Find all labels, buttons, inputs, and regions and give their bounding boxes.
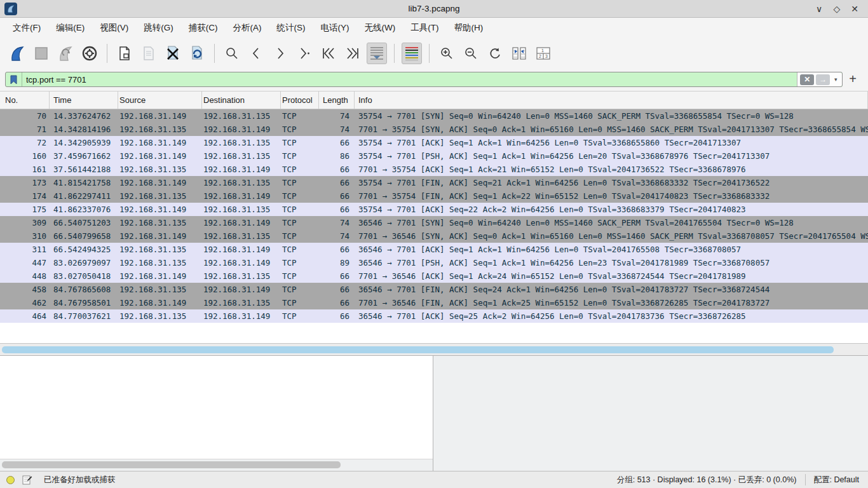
apply-filter-button[interactable]: →	[816, 74, 830, 85]
stop-capture-button[interactable]	[31, 43, 51, 64]
column-header-no[interactable]: No.	[0, 92, 50, 109]
go-back-icon[interactable]	[246, 43, 266, 64]
cell-dst: 192.168.31.149	[202, 218, 281, 227]
cell-info: 7701 → 35754 [FIN, ACK] Seq=1 Ack=22 Win…	[355, 191, 868, 201]
cell-len: 66	[319, 191, 355, 201]
menu-bar: 文件(F)编辑(E)视图(V)跳转(G)捕获(C)分析(A)统计(S)电话(Y)…	[0, 18, 868, 38]
go-to-packet-icon[interactable]	[294, 43, 315, 64]
cell-src: 192.168.31.135	[118, 165, 202, 174]
add-filter-button-plus[interactable]: +	[843, 72, 863, 88]
packet-row[interactable]: 7014.337624762192.168.31.149192.168.31.1…	[0, 109, 868, 123]
minimize-button[interactable]: ∨	[813, 4, 825, 14]
cell-src: 192.168.31.149	[118, 178, 202, 187]
menu-item[interactable]: 分析(A)	[227, 20, 268, 36]
layout-icon[interactable]: 123	[533, 43, 553, 64]
packet-row[interactable]: 46484.770037621192.168.31.135192.168.31.…	[0, 309, 868, 323]
packet-row[interactable]: 16137.561442188192.168.31.135192.168.31.…	[0, 163, 868, 176]
packet-row[interactable]: 31166.542494325192.168.31.135192.168.31.…	[0, 243, 868, 256]
cell-no: 71	[0, 125, 50, 134]
column-header-destination[interactable]: Destination	[202, 92, 281, 109]
menu-item[interactable]: 跳转(G)	[137, 20, 180, 36]
capture-comment-icon[interactable]	[22, 475, 32, 485]
colorize-toggle[interactable]	[402, 43, 422, 64]
column-header-protocol[interactable]: Protocol	[281, 92, 319, 109]
bookmark-icon[interactable]	[6, 72, 22, 86]
capture-options-icon[interactable]	[79, 43, 100, 64]
cell-info: 7701 → 35754 [SYN, ACK] Seq=0 Ack=1 Win=…	[355, 125, 868, 134]
zoom-reset-icon[interactable]	[485, 43, 505, 64]
cell-len: 66	[319, 271, 355, 281]
menu-item[interactable]: 捕获(C)	[182, 20, 224, 36]
clear-filter-button[interactable]: ✕	[800, 74, 814, 85]
cell-no: 175	[0, 205, 50, 214]
packet-row[interactable]: 17341.815421758192.168.31.149192.168.31.…	[0, 176, 868, 189]
display-filter-input[interactable]: tcp.port == 7701 ✕ → ▾	[5, 72, 843, 87]
close-button[interactable]: ✕	[849, 4, 860, 14]
menu-item[interactable]: 视图(V)	[93, 20, 135, 36]
packet-row[interactable]: 17541.862337076192.168.31.149192.168.31.…	[0, 203, 868, 216]
expert-info-icon[interactable]	[6, 476, 15, 484]
cell-proto: TCP	[281, 271, 319, 281]
filter-dropdown-caret[interactable]: ▾	[832, 76, 839, 83]
close-file-button[interactable]	[163, 43, 183, 64]
cell-dst: 192.168.31.135	[202, 151, 281, 161]
packet-row[interactable]: 7214.342905939192.168.31.149192.168.31.1…	[0, 136, 868, 149]
column-header-source[interactable]: Source	[118, 92, 202, 109]
main-toolbar: 123	[0, 38, 868, 68]
menu-item[interactable]: 帮助(H)	[447, 20, 489, 36]
find-packet-button[interactable]	[222, 43, 242, 64]
packet-list-hscrollbar[interactable]	[0, 343, 868, 355]
menu-item[interactable]: 统计(S)	[271, 20, 312, 36]
details-hscrollbar[interactable]	[0, 459, 433, 471]
reload-file-button[interactable]	[187, 43, 207, 64]
column-header-length[interactable]: Length	[319, 92, 355, 109]
auto-scroll-toggle[interactable]	[367, 43, 387, 64]
packet-row[interactable]: 30966.540751203192.168.31.135192.168.31.…	[0, 216, 868, 229]
packet-row[interactable]: 46284.767958501192.168.31.149192.168.31.…	[0, 296, 868, 309]
zoom-in-icon[interactable]	[437, 43, 457, 64]
zoom-out-icon[interactable]	[461, 43, 481, 64]
restart-capture-button[interactable]	[55, 43, 76, 64]
hscrollbar-thumb[interactable]	[2, 346, 834, 353]
profile-text[interactable]: 配置: Default	[806, 475, 868, 485]
save-file-button[interactable]	[139, 43, 159, 64]
menu-item[interactable]: 文件(F)	[6, 20, 47, 36]
cell-no: 70	[0, 111, 50, 121]
go-last-icon[interactable]	[342, 43, 363, 64]
maximize-button[interactable]: ◇	[831, 4, 843, 14]
packet-row[interactable]: 31066.540799658192.168.31.149192.168.31.…	[0, 229, 868, 243]
resize-columns-icon[interactable]	[509, 43, 529, 64]
packet-row[interactable]: 44883.027050418192.168.31.149192.168.31.…	[0, 269, 868, 283]
cell-len: 66	[319, 245, 355, 254]
packet-row[interactable]: 45884.767865608192.168.31.135192.168.31.…	[0, 283, 868, 296]
cell-proto: TCP	[281, 165, 319, 174]
cell-src: 192.168.31.149	[118, 205, 202, 214]
menu-item[interactable]: 编辑(E)	[50, 20, 91, 36]
details-scrollbar-thumb[interactable]	[2, 461, 341, 468]
menu-item[interactable]: 电话(Y)	[315, 20, 356, 36]
cell-dst: 192.168.31.135	[202, 271, 281, 281]
cell-no: 160	[0, 151, 50, 161]
filter-value[interactable]: tcp.port == 7701	[22, 75, 797, 85]
packet-row[interactable]: 17441.862297411192.168.31.135192.168.31.…	[0, 189, 868, 203]
go-forward-icon[interactable]	[270, 43, 290, 64]
menu-item[interactable]: 工具(T)	[404, 20, 445, 36]
cell-info: 7701 → 35754 [ACK] Seq=1 Ack=21 Win=6515…	[355, 165, 868, 174]
open-file-button[interactable]	[114, 43, 135, 64]
packet-row[interactable]: 16037.459671662192.168.31.149192.168.31.…	[0, 149, 868, 163]
column-header-info[interactable]: Info	[355, 92, 868, 109]
menu-item[interactable]: 无线(W)	[358, 20, 402, 36]
start-capture-button[interactable]	[7, 43, 27, 64]
cell-time: 66.540799658	[50, 231, 118, 241]
cell-len: 66	[319, 138, 355, 147]
cell-time: 37.459671662	[50, 151, 118, 161]
packet-row[interactable]: 7114.342814196192.168.31.135192.168.31.1…	[0, 123, 868, 136]
cell-proto: TCP	[281, 191, 319, 201]
column-header-time[interactable]: Time	[50, 92, 118, 109]
go-first-icon[interactable]	[318, 43, 339, 64]
packet-row[interactable]: 44783.026979097192.168.31.135192.168.31.…	[0, 256, 868, 269]
cell-dst: 192.168.31.135	[202, 138, 281, 147]
cell-len: 74	[319, 231, 355, 241]
cell-time: 84.770037621	[50, 311, 118, 321]
cell-no: 458	[0, 285, 50, 294]
